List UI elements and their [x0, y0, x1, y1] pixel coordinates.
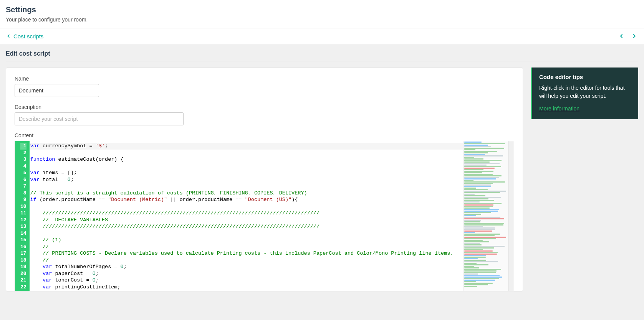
description-input[interactable]	[15, 112, 184, 125]
code-line[interactable]	[30, 150, 463, 156]
minimap-line	[464, 249, 483, 250]
code-line[interactable]: // This script is a straight calculation…	[30, 190, 463, 197]
minimap-line	[464, 195, 485, 196]
minimap-line	[464, 224, 503, 226]
code-line[interactable]: if (order.productName == "Document (Metr…	[30, 196, 463, 203]
description-label: Description	[15, 104, 514, 110]
code-line[interactable]: var paperCost = 0;	[30, 270, 463, 277]
minimap-line	[464, 200, 494, 201]
minimap-line	[464, 221, 480, 222]
breadcrumb-back[interactable]: Cost scripts	[6, 33, 43, 40]
minimap-line	[464, 184, 491, 186]
line-number: 17	[20, 250, 26, 257]
line-number: 6	[20, 176, 26, 183]
editor-scrollbar[interactable]	[508, 141, 514, 291]
minimap-line	[464, 266, 474, 267]
code-line[interactable]: var currencySymbol = '$';	[30, 143, 463, 150]
nav-prev-button[interactable]	[618, 32, 625, 40]
minimap-line	[464, 207, 490, 209]
minimap-line	[464, 252, 498, 253]
minimap-line	[464, 280, 495, 281]
line-number: 7	[20, 183, 26, 190]
minimap-line	[464, 263, 477, 264]
chevron-left-icon	[6, 33, 11, 39]
minimap-line	[464, 191, 506, 192]
minimap-line	[464, 197, 501, 198]
minimap-line	[464, 143, 505, 144]
minimap-line	[464, 209, 499, 210]
minimap-line	[464, 283, 493, 284]
name-field-group: Name	[15, 76, 514, 97]
minimap-line	[464, 284, 488, 285]
description-field-group: Description	[15, 104, 514, 125]
minimap-line	[464, 204, 493, 206]
minimap-line	[464, 241, 489, 242]
line-number: 1	[20, 143, 26, 150]
minimap-line	[464, 273, 478, 275]
line-number: 14	[20, 230, 26, 237]
tips-more-link[interactable]: More information	[539, 105, 579, 112]
code-line[interactable]: var total = 0;	[30, 176, 463, 183]
content-field-group: Content 12345678910111213141516171819202…	[15, 132, 514, 291]
breadcrumb-label: Cost scripts	[13, 33, 43, 40]
minimap-line	[464, 220, 481, 221]
code-line[interactable]	[30, 230, 463, 237]
code-line[interactable]: function estimateCost(order) {	[30, 156, 463, 163]
line-number: 4	[20, 163, 26, 170]
line-number: 12	[20, 217, 26, 224]
editor-minimap[interactable]	[463, 141, 508, 291]
minimap-line	[464, 189, 488, 190]
minimap-line	[464, 174, 493, 175]
code-editor[interactable]: 12345678910111213141516171819202122 var …	[15, 141, 514, 291]
line-number: 13	[20, 223, 26, 230]
minimap-line	[464, 270, 497, 272]
minimap-line	[464, 244, 482, 245]
minimap-line	[464, 254, 497, 255]
minimap-line	[464, 171, 493, 172]
minimap-line	[464, 275, 500, 276]
code-line[interactable]	[30, 163, 463, 170]
minimap-line	[464, 217, 500, 218]
code-line[interactable]: // PRINTING COSTS - Declare variables us…	[30, 250, 463, 257]
minimap-line	[464, 166, 501, 167]
code-line[interactable]: var items = [];	[30, 170, 463, 176]
minimap-line	[464, 163, 500, 164]
minimap-line	[464, 212, 491, 213]
line-number: 11	[20, 210, 26, 217]
line-number: 21	[20, 277, 26, 284]
name-input[interactable]	[15, 84, 99, 97]
editor-code-area[interactable]: var currencySymbol = '$'; function estim…	[30, 141, 463, 291]
minimap-line	[464, 145, 488, 146]
line-number: 8	[20, 190, 26, 197]
minimap-line	[464, 175, 502, 176]
minimap-line	[464, 226, 483, 227]
minimap-line	[464, 157, 474, 158]
minimap-line	[464, 201, 480, 203]
code-line[interactable]: //	[30, 257, 463, 264]
code-line[interactable]: //	[30, 244, 463, 250]
code-line[interactable]: var totalNumberOfPages = 0;	[30, 263, 463, 270]
content-area: Edit cost script Name Description Conten…	[0, 44, 644, 320]
code-line[interactable]: var printingCostLineItem;	[30, 284, 463, 291]
line-number: 20	[20, 270, 26, 277]
code-line[interactable]: // DECLARE VARIABLES	[30, 217, 463, 224]
nav-next-button[interactable]	[631, 32, 638, 40]
code-line[interactable]: ////////////////////////////////////////…	[30, 210, 463, 217]
minimap-line	[464, 243, 480, 244]
minimap-line	[464, 142, 482, 143]
line-number: 18	[20, 257, 26, 264]
code-line[interactable]: // (1)	[30, 237, 463, 244]
minimap-line	[464, 281, 476, 282]
minimap-line	[464, 229, 495, 230]
minimap-line	[464, 180, 473, 181]
line-number: 5	[20, 170, 26, 176]
code-line[interactable]	[30, 203, 463, 210]
minimap-line	[464, 149, 475, 150]
minimap-line	[464, 211, 498, 212]
code-line[interactable]	[30, 183, 463, 190]
minimap-line	[464, 148, 504, 149]
minimap-line	[464, 231, 492, 232]
code-line[interactable]: ////////////////////////////////////////…	[30, 223, 463, 230]
code-line[interactable]: var tonerCost = 0;	[30, 277, 463, 284]
line-number: 19	[20, 263, 26, 270]
